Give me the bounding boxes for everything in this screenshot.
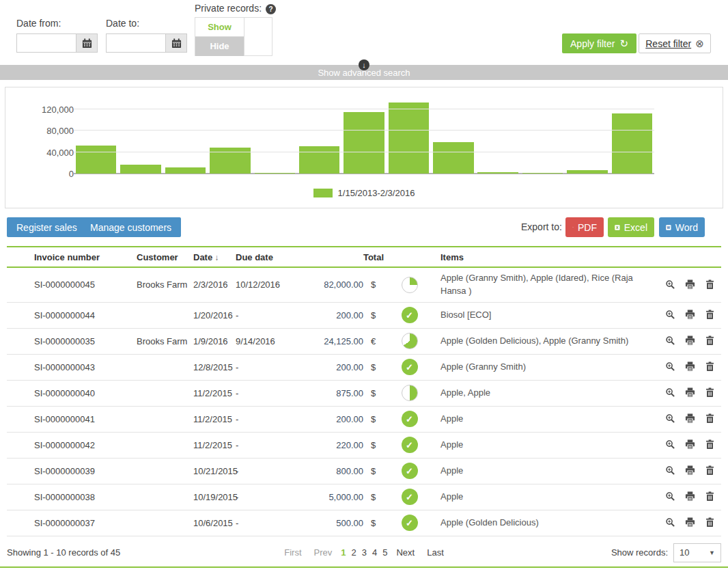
header-total[interactable]: Total bbox=[300, 252, 384, 262]
paid-check-icon: ✓ bbox=[402, 307, 418, 323]
delete-invoice-icon[interactable] bbox=[705, 361, 716, 372]
print-invoice-icon[interactable] bbox=[685, 361, 696, 372]
delete-invoice-icon[interactable] bbox=[705, 465, 716, 476]
print-invoice-icon[interactable] bbox=[685, 439, 696, 450]
pagination-page-5[interactable]: 5 bbox=[382, 547, 387, 558]
view-invoice-icon[interactable] bbox=[665, 465, 676, 476]
cell-due-date: 9/14/2016 bbox=[236, 336, 300, 346]
table-row: SI-0000000035Brooks Farm1/9/20169/14/201… bbox=[7, 329, 721, 355]
pagination-page-1[interactable]: 1 bbox=[341, 547, 346, 558]
view-invoice-icon[interactable] bbox=[665, 279, 676, 290]
cell-currency: $ bbox=[363, 414, 384, 424]
excel-label: Excel bbox=[624, 222, 647, 233]
delete-invoice-icon[interactable] bbox=[705, 439, 716, 450]
table-row: SI-000000004111/2/2015-200.00$✓Apple bbox=[7, 407, 721, 433]
export-excel-button[interactable]: X Excel bbox=[608, 217, 654, 237]
view-invoice-icon[interactable] bbox=[665, 491, 676, 502]
cell-date: 2/3/2016 bbox=[193, 279, 236, 290]
sales-chart-panel: 120,00080,00040,0000 1/15/2013-2/3/2016 bbox=[5, 87, 723, 208]
header-customer[interactable]: Customer bbox=[137, 252, 193, 262]
date-to-input[interactable] bbox=[106, 33, 166, 53]
delete-invoice-icon[interactable] bbox=[705, 336, 716, 346]
cell-total: 200.00 bbox=[300, 414, 363, 424]
bottom-divider bbox=[0, 566, 728, 568]
print-invoice-icon[interactable] bbox=[685, 387, 696, 398]
chart-bar bbox=[299, 146, 340, 174]
calendar-icon bbox=[171, 38, 182, 49]
cell-total: 200.00 bbox=[300, 362, 363, 372]
manage-customers-button[interactable]: Manage customers bbox=[81, 217, 181, 237]
date-from-calendar-button[interactable] bbox=[76, 33, 98, 53]
hide-toggle-button[interactable]: Hide bbox=[195, 37, 244, 56]
svg-text:X: X bbox=[616, 225, 619, 229]
show-toggle-button[interactable]: Show bbox=[195, 18, 244, 37]
print-invoice-icon[interactable] bbox=[685, 413, 696, 424]
cell-customer: Brooks Farm bbox=[137, 336, 193, 346]
cell-payment-status: ✓ bbox=[384, 515, 435, 531]
advanced-search-bar[interactable]: ↓ Show advanced search bbox=[0, 65, 728, 80]
date-to-calendar-button[interactable] bbox=[166, 33, 187, 53]
header-invoice-number[interactable]: Invoice number bbox=[7, 252, 137, 262]
reset-filter-label: Reset filter bbox=[645, 38, 691, 49]
view-invoice-icon[interactable] bbox=[665, 387, 676, 398]
cell-items: Apple (Granny Smith) bbox=[435, 357, 658, 378]
header-due-date[interactable]: Due date bbox=[236, 252, 300, 262]
cell-payment-status: ✓ bbox=[384, 463, 435, 479]
cell-due-date: - bbox=[236, 492, 300, 502]
cell-actions bbox=[658, 413, 721, 424]
date-from-input[interactable] bbox=[16, 33, 76, 53]
help-icon[interactable]: ? bbox=[266, 4, 276, 14]
export-word-button[interactable]: W Word bbox=[659, 217, 705, 237]
pagination-page-3[interactable]: 3 bbox=[362, 547, 367, 558]
export-to-label: Export to: bbox=[521, 221, 562, 232]
delete-invoice-icon[interactable] bbox=[705, 310, 716, 320]
private-records-toggle: Show Hide bbox=[195, 17, 272, 56]
export-pdf-button[interactable]: PDF bbox=[565, 217, 604, 237]
chart-bar-slot bbox=[163, 96, 208, 174]
y-axis-tick-label: 40,000 bbox=[19, 148, 74, 158]
view-invoice-icon[interactable] bbox=[665, 413, 676, 424]
chart-bar-slot bbox=[431, 96, 475, 174]
register-sales-button[interactable]: Register sales bbox=[7, 217, 87, 237]
chart-legend: 1/15/2013-2/3/2016 bbox=[5, 188, 723, 198]
cell-actions bbox=[658, 310, 721, 320]
apply-filter-button[interactable]: Apply filter ↻ bbox=[562, 33, 636, 53]
delete-invoice-icon[interactable] bbox=[705, 279, 716, 290]
cell-due-date: - bbox=[236, 414, 300, 424]
view-invoice-icon[interactable] bbox=[665, 439, 676, 450]
cell-items: Apple bbox=[435, 487, 658, 508]
view-invoice-icon[interactable] bbox=[665, 361, 676, 372]
expand-down-icon[interactable]: ↓ bbox=[359, 59, 369, 70]
pagination-first[interactable]: First bbox=[284, 547, 301, 558]
delete-invoice-icon[interactable] bbox=[705, 387, 716, 398]
svg-text:W: W bbox=[667, 226, 671, 229]
cell-total: 5,000.00 bbox=[300, 492, 363, 502]
cell-payment-status: ✓ bbox=[384, 489, 435, 505]
header-items[interactable]: Items bbox=[435, 252, 658, 262]
print-invoice-icon[interactable] bbox=[685, 310, 696, 320]
print-invoice-icon[interactable] bbox=[685, 491, 696, 502]
print-invoice-icon[interactable] bbox=[685, 465, 696, 476]
print-invoice-icon[interactable] bbox=[685, 336, 696, 346]
pagination-last[interactable]: Last bbox=[427, 547, 444, 558]
cell-actions bbox=[658, 336, 721, 346]
show-records-select[interactable]: 10 ▼ bbox=[673, 543, 721, 562]
cell-actions bbox=[658, 465, 721, 476]
pagination-next[interactable]: Next bbox=[396, 547, 415, 558]
view-invoice-icon[interactable] bbox=[665, 310, 676, 320]
cell-actions bbox=[658, 361, 721, 372]
pagination-prev[interactable]: Prev bbox=[314, 547, 333, 558]
delete-invoice-icon[interactable] bbox=[705, 517, 716, 528]
view-invoice-icon[interactable] bbox=[665, 336, 676, 346]
cell-date: 12/8/2015 bbox=[193, 362, 236, 372]
show-records-value: 10 bbox=[680, 547, 689, 558]
pagination-page-2[interactable]: 2 bbox=[352, 547, 356, 558]
header-date[interactable]: Date↓ bbox=[193, 252, 236, 262]
delete-invoice-icon[interactable] bbox=[705, 491, 716, 502]
pagination-page-4[interactable]: 4 bbox=[372, 547, 377, 558]
view-invoice-icon[interactable] bbox=[665, 517, 676, 528]
delete-invoice-icon[interactable] bbox=[705, 413, 716, 424]
print-invoice-icon[interactable] bbox=[685, 279, 696, 290]
print-invoice-icon[interactable] bbox=[685, 517, 696, 528]
reset-filter-button[interactable]: Reset filter ⊗ bbox=[639, 33, 711, 53]
